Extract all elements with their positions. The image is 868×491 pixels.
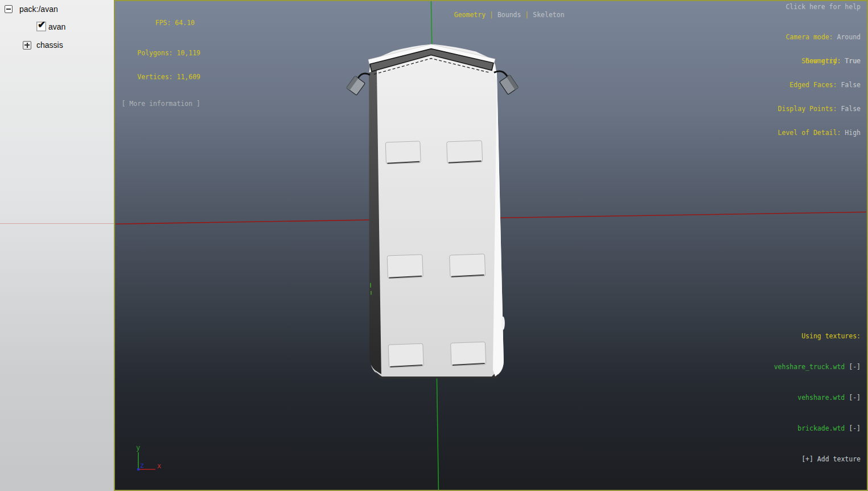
texture-name: vehshare_truck.wtd [774, 363, 845, 371]
geometry-value: True [845, 57, 861, 65]
display-settings: Geometry: True Edged Faces: False Displa… [778, 41, 861, 153]
gizmo-z-origin [137, 468, 139, 470]
remove-texture-button[interactable]: [-] [845, 424, 861, 432]
display-points-label: Display Points: [778, 105, 841, 113]
model-tree-sidebar: pack:/avan ✔ avan chassis [0, 0, 114, 491]
geometry-row: Geometry: True [778, 57, 861, 65]
fps-counter: FPS: 64.10 [121, 19, 200, 27]
axis-gizmo: y z x [129, 440, 175, 481]
tree-node-chassis-label: chassis [36, 40, 63, 50]
expand-icon[interactable] [23, 41, 31, 50]
texture-row: vehshare_truck.wtd [-] [774, 362, 861, 372]
tab-skeleton[interactable]: Skeleton [533, 11, 564, 19]
tree-node-pack[interactable]: pack:/avan [5, 5, 58, 14]
tab-separator: | [521, 11, 533, 19]
tab-bounds[interactable]: Bounds [497, 11, 521, 19]
display-points-value: False [841, 105, 861, 113]
tree-node-avan[interactable]: ✔ avan [36, 22, 65, 31]
texture-panel: Using textures: vehshare_truck.wtd [-] v… [774, 310, 861, 485]
texture-panel-title: Using textures: [774, 331, 861, 341]
level-of-detail-label: Level of Detail: [778, 129, 845, 137]
camera-mode-value: Around [837, 33, 861, 41]
right-mirror [494, 71, 519, 95]
model-visibility-checkbox[interactable]: ✔ [36, 22, 46, 31]
vertex-count: Vertices: 11,609 [121, 73, 200, 81]
tab-geometry[interactable]: Geometry [454, 11, 486, 19]
geometry-label: Geometry: [805, 57, 845, 65]
texture-name: vehshare.wtd [797, 394, 845, 402]
tree-node-pack-label: pack:/avan [19, 5, 58, 14]
gizmo-y-label: y [136, 444, 140, 452]
edged-faces-label: Edged Faces: [789, 81, 841, 89]
texture-row: brickade.wtd [-] [774, 423, 861, 433]
checkmark-icon: ✔ [38, 20, 46, 30]
display-points-row: Display Points: False [778, 105, 861, 113]
camera-mode-row: Camera mode: Around [785, 33, 861, 41]
edged-faces-row: Edged Faces: False [778, 81, 861, 89]
level-of-detail-value: High [845, 129, 861, 137]
van-model[interactable] [347, 44, 519, 379]
add-texture-button[interactable]: [+] Add texture [774, 454, 861, 464]
tree-node-avan-label: avan [48, 22, 65, 31]
help-link[interactable]: Click here for help [785, 3, 861, 11]
stats-hud: FPS: 64.10 Polygons: 10,119 Vertices: 11… [121, 3, 200, 124]
texture-row: vehshare.wtd [-] [774, 392, 861, 403]
level-of-detail-row: Level of Detail: High [778, 129, 861, 137]
van-side-bump [501, 316, 505, 330]
tree-node-chassis[interactable]: chassis [23, 40, 63, 50]
more-information-button[interactable]: [ More information ] [121, 100, 200, 108]
render-mode-tabs: Geometry | Bounds | Skeleton [438, 3, 565, 27]
polygon-count: Polygons: 10,119 [121, 49, 200, 57]
remove-texture-button[interactable]: [-] [845, 363, 861, 371]
gizmo-x-label: x [157, 462, 161, 470]
gizmo-z-label: z [140, 461, 144, 469]
van-roof [369, 44, 504, 378]
edged-faces-value: False [841, 81, 861, 89]
texture-name: brickade.wtd [797, 424, 845, 432]
tab-separator: | [486, 11, 497, 19]
viewport-canvas[interactable] [115, 1, 867, 490]
remove-texture-button[interactable]: [-] [845, 394, 861, 402]
3d-viewport[interactable]: FPS: 64.10 Polygons: 10,119 Vertices: 11… [114, 0, 868, 491]
camera-mode-label: Camera mode: [785, 33, 837, 41]
collapse-icon[interactable] [5, 5, 13, 13]
left-mirror [347, 73, 370, 95]
axis-line-bleedthrough [0, 223, 114, 224]
